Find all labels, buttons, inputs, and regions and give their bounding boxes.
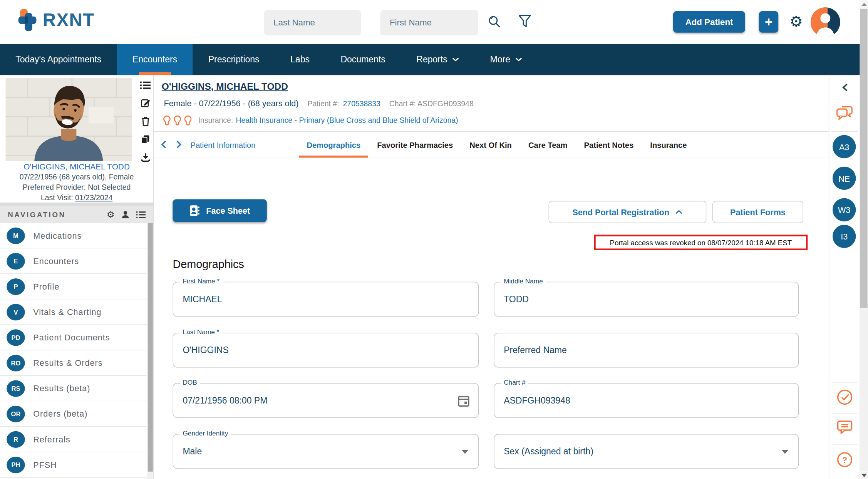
field-label: Gender Identity: [180, 430, 231, 437]
last-name-field[interactable]: Last Name * O'HIGGINS: [173, 333, 479, 368]
badge: OR: [7, 405, 25, 422]
field-value: ASDFGH093948: [504, 395, 570, 405]
sidebar-item-referrals[interactable]: RReferrals: [0, 427, 147, 452]
subtab-demographics[interactable]: Demographics: [307, 132, 360, 158]
rail-badge-i3[interactable]: I3: [833, 225, 856, 248]
download-icon[interactable]: [140, 153, 150, 162]
message-icon[interactable]: [836, 420, 853, 435]
field-value: Male: [183, 446, 202, 456]
rail-badge-a3[interactable]: A3: [833, 135, 856, 158]
sidebar-item-profile[interactable]: PProfile: [0, 274, 147, 300]
sidebar-item-results-beta[interactable]: RSResults (beta): [0, 376, 147, 401]
quick-add-button[interactable]: +: [759, 11, 778, 33]
sidebar-item-label: Results (beta): [33, 384, 90, 393]
rail-badge-ne[interactable]: NE: [833, 167, 856, 190]
add-patient-button[interactable]: Add Patient: [673, 11, 745, 33]
delete-trash-icon[interactable]: [141, 116, 150, 126]
search-icon[interactable]: [487, 14, 501, 31]
sidebar-item-vitals-charting[interactable]: VVitals & Charting: [0, 300, 147, 325]
badge: E: [7, 253, 25, 269]
divider: [831, 382, 858, 383]
sidebar-item-pfsh[interactable]: PHPFSH: [0, 452, 147, 477]
chevron-up-icon: [675, 210, 683, 214]
chevron-down-icon: [515, 58, 522, 62]
tasks-check-icon[interactable]: [836, 389, 853, 406]
tab-reports[interactable]: Reports: [401, 44, 474, 75]
filter-icon[interactable]: [518, 14, 532, 31]
app-body: O'HIGGINS, MICHAEL TODD 07/22/1956 (68 y…: [0, 75, 868, 479]
field-label: Last Name *: [180, 328, 222, 336]
sidebar-scrollbar[interactable]: [147, 223, 153, 479]
help-question-icon[interactable]: ?: [836, 451, 853, 469]
main-content: O'HIGGINS, MICHAEL TODD Female - 07/22/1…: [153, 75, 829, 479]
copy-icon[interactable]: [141, 134, 150, 144]
subtab-care-team[interactable]: Care Team: [528, 132, 567, 158]
navigation-settings-gear-icon[interactable]: ⚙: [107, 210, 115, 219]
tab-more[interactable]: More: [474, 44, 537, 75]
rail-badge-w3[interactable]: W3: [833, 198, 856, 221]
chat-bubbles-icon[interactable]: [836, 105, 853, 121]
preferred-name-field[interactable]: Preferred Name: [494, 333, 799, 368]
page-scrollbar[interactable]: [860, 0, 868, 479]
scrollbar-thumb[interactable]: [860, 9, 868, 308]
settings-gear-icon[interactable]: ⚙: [789, 13, 803, 30]
navigation-list-icon[interactable]: [136, 211, 146, 218]
scrollbar-up-arrow[interactable]: [860, 0, 868, 8]
encounter-list-icon[interactable]: [140, 81, 151, 90]
insurance-link[interactable]: Health Insurance - Primary (Blue Cross a…: [236, 116, 458, 125]
send-portal-registration-button[interactable]: Send Portal Registration: [549, 201, 707, 223]
calendar-icon[interactable]: [458, 394, 469, 407]
tab-documents[interactable]: Documents: [325, 44, 401, 75]
sidebar-scrollbar-thumb[interactable]: [148, 223, 153, 472]
app-window: RXNT Add Patient + ⚙ Today': [0, 0, 868, 479]
edit-icon[interactable]: [140, 98, 150, 108]
tab-encounters[interactable]: Encounters: [117, 44, 193, 75]
field-value: 07/21/1956 08:00 PM: [183, 395, 267, 405]
sidebar-item-patient-documents[interactable]: PDPatient Documents: [0, 325, 147, 350]
field-label: DOB: [180, 379, 200, 386]
first-name-search-input[interactable]: [380, 10, 478, 35]
subtab-insurance[interactable]: Insurance: [650, 132, 687, 158]
patient-summary-card: O'HIGGINS, MICHAEL TODD 07/22/1956 (68 y…: [0, 75, 153, 203]
patient-forms-button[interactable]: Patient Forms: [712, 201, 803, 223]
badge: V: [7, 303, 25, 320]
collapse-rail-icon[interactable]: [841, 83, 848, 92]
tab-prescriptions[interactable]: Prescriptions: [193, 44, 275, 75]
patient-number-link[interactable]: 270538833: [343, 100, 380, 108]
last-name-search-input[interactable]: [264, 10, 361, 35]
user-avatar[interactable]: [811, 7, 841, 37]
portal-revoked-notice: Portal access was revoked on 08/07/2024 …: [594, 235, 808, 250]
sidebar-item-label: Vitals & Charting: [33, 307, 101, 317]
chart-number-field[interactable]: Chart # ASDFGH093948: [494, 383, 799, 418]
tab-todays-appointments[interactable]: Today's Appointments: [0, 44, 117, 75]
navigation-panel-header: NAVIGATION ⚙: [0, 206, 153, 223]
dropdown-arrow-icon[interactable]: [782, 450, 788, 454]
dropdown-arrow-icon[interactable]: [462, 450, 468, 454]
patient-photo: [5, 78, 132, 161]
tabs-scroll-left-icon[interactable]: [161, 140, 167, 149]
first-name-field[interactable]: First Name * MICHAEL: [173, 282, 479, 317]
subtab-favorite-pharmacies[interactable]: Favorite Pharmacies: [377, 132, 453, 158]
sidebar-item-encounters[interactable]: EEncounters: [0, 248, 147, 274]
field-label: Chart #: [501, 379, 528, 386]
patient-card-name-link[interactable]: O'HIGGINS, MICHAEL TODD: [0, 162, 153, 171]
dob-field[interactable]: DOB 07/21/1956 08:00 PM: [173, 383, 479, 418]
tabs-scroll-right-icon[interactable]: [176, 140, 182, 149]
insurance-row: Insurance: Health Insurance - Primary (B…: [163, 115, 458, 126]
sidebar-item-results-orders[interactable]: ROResults & Orders: [0, 350, 147, 376]
navigation-person-icon[interactable]: [121, 210, 130, 219]
patient-information-link[interactable]: Patient Information: [191, 141, 256, 149]
sidebar-item-orders-beta[interactable]: OROrders (beta): [0, 401, 147, 427]
middle-name-field[interactable]: Middle Name TODD: [494, 282, 799, 317]
gender-identity-select[interactable]: Gender Identity Male: [173, 434, 479, 469]
scrollbar-down-arrow[interactable]: [860, 471, 868, 479]
patient-demographics-text: Female - 07/22/1956 - (68 years old): [164, 99, 299, 108]
patient-header-name-link[interactable]: O'HIGGINS, MICHAEL TODD: [162, 81, 288, 92]
last-visit-date-link[interactable]: 01/23/2024: [75, 194, 112, 202]
face-sheet-button[interactable]: Face Sheet: [173, 199, 267, 222]
subtab-next-of-kin[interactable]: Next Of Kin: [469, 132, 512, 158]
tab-labs[interactable]: Labs: [275, 44, 325, 75]
subtab-patient-notes[interactable]: Patient Notes: [584, 132, 634, 158]
sex-assigned-select[interactable]: Sex (Assigned at birth): [494, 434, 799, 469]
sidebar-item-medications[interactable]: MMedications: [0, 223, 147, 248]
